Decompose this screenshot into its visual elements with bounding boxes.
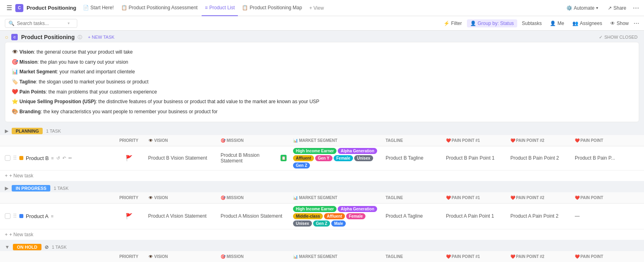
info-panel: 👁️ Vision: the general course that your … xyxy=(5,42,639,122)
list-icon: ≡ xyxy=(205,5,208,10)
group-by-button[interactable]: 👤 Group by: Status xyxy=(467,19,517,27)
checkmark-icon: ✓ xyxy=(599,35,603,40)
planning-toggle[interactable]: ▶ xyxy=(5,128,8,134)
planning-section: ▶ PLANNING 1 TASK PRIORITY 👁️ VISION 🎯 M… xyxy=(0,125,644,181)
table-row: ⠿ Product A ≡ 🚩 Product A Vision Stateme… xyxy=(0,204,644,229)
task-menu-btn[interactable]: ≡ xyxy=(51,214,53,218)
market-col-icon: 📊 xyxy=(293,138,298,143)
inprogress-section: ▶ IN PROGRESS 1 TASK PRIORITY 👁️VISION 🎯… xyxy=(0,183,644,240)
logo: C xyxy=(15,4,23,12)
plus-icon: + xyxy=(5,232,8,237)
task-checkbox[interactable] xyxy=(5,155,10,161)
toolbar: 🔍 ▾ ⚡ Filter 👤 Group by: Status Subtasks… xyxy=(0,16,644,31)
onhold-task-count: 1 TASK xyxy=(52,245,67,250)
more-options-button[interactable]: ⋯ xyxy=(633,4,639,12)
project-name: Product Positioning xyxy=(27,5,76,11)
task-menu-btn[interactable]: ≡ xyxy=(51,156,54,160)
toolbar-right: ⚡ Filter 👤 Group by: Status Subtasks 👤 M… xyxy=(440,19,639,27)
subtasks-button[interactable]: Subtasks xyxy=(519,19,545,27)
inprogress-status-badge: IN PROGRESS xyxy=(12,185,50,191)
filter-button[interactable]: ⚡ Filter xyxy=(440,19,465,27)
onhold-section: ▼ ON HOLD ⊘ 1 TASK PRIORITY 👁️VISION 🎯MI… xyxy=(0,241,644,262)
info-tagline: 🏷️ Tagline: the slogan used to market yo… xyxy=(12,77,632,87)
inprogress-header: ▶ IN PROGRESS 1 TASK xyxy=(0,183,644,192)
inprogress-table: PRIORITY 👁️VISION 🎯MISSION 📊MARKET SEGME… xyxy=(0,192,644,240)
search-icon: 🔍 xyxy=(8,21,14,26)
menu-button[interactable]: ☰ xyxy=(5,2,14,13)
automate-icon: ⚙️ xyxy=(566,5,572,11)
task-name[interactable]: Product A xyxy=(26,213,48,219)
info-market: 📊 Market Segment: your market and import… xyxy=(12,67,632,77)
more-toolbar-button[interactable]: ⋯ xyxy=(634,20,639,27)
drag-handle-icon: ⠿ xyxy=(13,213,17,219)
priority-flag-icon: 🚩 xyxy=(126,213,132,219)
priority-flag-icon: 🚩 xyxy=(126,155,132,161)
page-logo: C xyxy=(11,34,18,40)
start-icon: 📄 xyxy=(83,5,89,10)
group-icon: 👤 xyxy=(470,21,476,26)
new-task-row[interactable]: + + New task xyxy=(0,229,644,240)
new-task-button[interactable]: + NEW TASK xyxy=(85,34,117,40)
info-mission: 🎯 Mission: the plan you have to carry ou… xyxy=(12,57,632,67)
page-title: Product Positioning xyxy=(21,34,74,40)
tab-assessment[interactable]: 📋 Product Positioning Assessment xyxy=(118,0,201,16)
onhold-icon: ⊘ xyxy=(45,244,49,250)
section-collapse-btn[interactable]: ○ xyxy=(5,34,8,40)
table-row: ⠿ Product B ≡ ↺ ↶ ✏ 🚩 Product B Vision S… xyxy=(0,146,644,171)
share-button[interactable]: ↗ Share xyxy=(605,4,630,12)
me-icon: 👤 xyxy=(550,21,556,26)
nav-right: ⚙️ Automate ▾ ↗ Share ⋯ xyxy=(563,4,639,12)
automate-button[interactable]: ⚙️ Automate ▾ xyxy=(563,4,601,12)
info-pain: ❤️ Pain Points: the main problems that y… xyxy=(12,87,632,97)
task-checkbox[interactable] xyxy=(5,213,10,219)
me-button[interactable]: 👤 Me xyxy=(547,19,568,27)
assignees-icon: 👥 xyxy=(572,21,578,26)
main-content: ○ C Product Positioning ⓘ + NEW TASK ✓ S… xyxy=(0,31,644,262)
tab-start[interactable]: 📄 Start Here! xyxy=(80,0,117,16)
onhold-table: PRIORITY 👁️VISION 🎯MISSION 📊MARKET SEGME… xyxy=(0,251,644,262)
search-container: 🔍 ▾ xyxy=(5,19,77,28)
onhold-toggle[interactable]: ▼ xyxy=(5,244,10,250)
info-usp: ⭐ Unique Selling Proposition (USP): the … xyxy=(12,97,632,107)
vision-col-icon: 👁️ xyxy=(148,138,153,143)
eye-icon: 👁 xyxy=(610,21,615,26)
assignees-button[interactable]: 👥 Assignees xyxy=(569,19,605,27)
map-icon: 📋 xyxy=(242,5,248,10)
planning-table: PRIORITY 👁️ VISION 🎯 MISSION 📊 MARKET SE… xyxy=(0,135,644,181)
info-button[interactable]: ⓘ xyxy=(78,34,82,40)
task-edit-btn[interactable]: ✏ xyxy=(68,156,72,161)
onhold-status-badge: ON HOLD xyxy=(13,244,41,250)
plus-icon: + xyxy=(5,173,8,179)
task-history-btn[interactable]: ↶ xyxy=(62,156,66,161)
task-reload-btn[interactable]: ↺ xyxy=(56,156,60,161)
task-name[interactable]: Product B xyxy=(26,155,49,161)
planning-status-badge: PLANNING xyxy=(12,128,43,134)
top-nav: ☰ C Product Positioning 📄 Start Here! 📋 … xyxy=(0,0,644,16)
assessment-icon: 📋 xyxy=(121,5,127,10)
onhold-table-header: PRIORITY 👁️VISION 🎯MISSION 📊MARKET SEGME… xyxy=(0,251,644,262)
show-closed-btn[interactable]: ✓ SHOW CLOSED xyxy=(599,35,639,40)
drag-handle-icon: ⠿ xyxy=(13,155,17,161)
planning-header: ▶ PLANNING 1 TASK xyxy=(0,125,644,135)
page-header-row: ○ C Product Positioning ⓘ + NEW TASK ✓ S… xyxy=(0,31,644,42)
info-branding: 🎨 Branding: the key characteristics you … xyxy=(12,107,632,117)
nav-tabs: 📄 Start Here! 📋 Product Positioning Asse… xyxy=(80,0,327,16)
tab-map[interactable]: 📋 Product Positioning Map xyxy=(239,0,305,16)
mission-col-icon: 🎯 xyxy=(221,138,225,143)
planning-table-header: PRIORITY 👁️ VISION 🎯 MISSION 📊 MARKET SE… xyxy=(0,135,644,146)
share-icon: ↗ xyxy=(608,5,612,11)
chevron-down-icon: ▾ xyxy=(68,21,70,25)
task-color-dot xyxy=(19,214,23,218)
inprogress-task-count: 1 TASK xyxy=(54,186,68,191)
show-button[interactable]: 👁 Show xyxy=(607,19,632,27)
chevron-down-icon: ▾ xyxy=(596,6,598,10)
search-input[interactable] xyxy=(17,21,65,26)
mission-copy-icon: 📋 xyxy=(281,155,287,161)
inprogress-toggle[interactable]: ▶ xyxy=(5,185,8,191)
onhold-header: ▼ ON HOLD ⊘ 1 TASK xyxy=(0,241,644,251)
inprogress-table-header: PRIORITY 👁️VISION 🎯MISSION 📊MARKET SEGME… xyxy=(0,192,644,204)
task-color-dot xyxy=(19,156,23,160)
tab-list[interactable]: ≡ Product List xyxy=(202,0,238,16)
add-view[interactable]: + View xyxy=(306,5,327,11)
new-task-row[interactable]: + + New task xyxy=(0,171,644,181)
